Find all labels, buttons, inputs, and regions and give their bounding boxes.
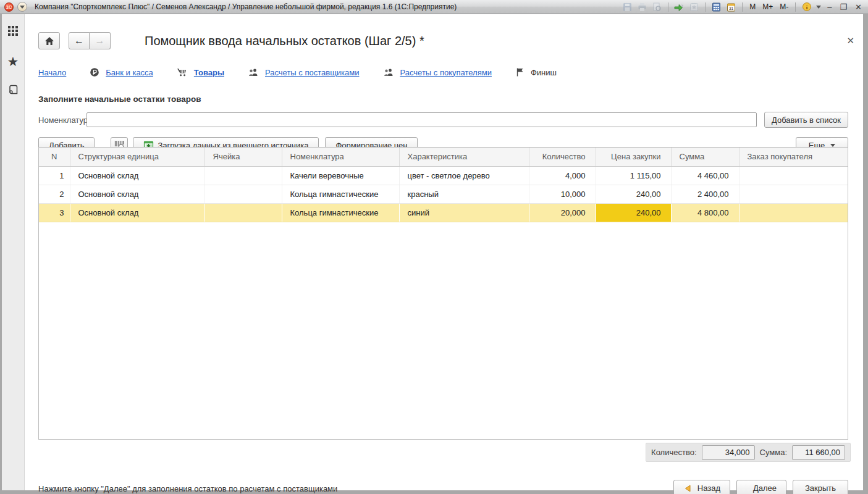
cell-unit[interactable]: Основной склад (70, 166, 204, 185)
section-title: Заполните начальные остатки товаров (38, 94, 201, 104)
main-menu-button[interactable] (17, 2, 27, 12)
cell-unit[interactable]: Основной склад (70, 203, 204, 222)
cell-item[interactable]: Качели веревочные (282, 166, 399, 185)
totals-qty-label: Количество: (651, 448, 696, 457)
cell-price[interactable]: 240,00 (596, 185, 671, 203)
history-scroll-icon[interactable] (7, 84, 19, 99)
form-area: ← → Помощник ввода начальных остатков (Ш… (25, 14, 863, 490)
favorites-icon (689, 2, 699, 12)
cell-storage[interactable] (204, 203, 282, 222)
window-titlebar: 1С Компания "Спорткомплекс Плюс" / Семен… (0, 0, 868, 14)
cell-price[interactable]: 1 115,00 (596, 166, 671, 185)
cell-char[interactable]: красный (399, 185, 529, 203)
cell-item[interactable]: Кольца гимнастические (282, 185, 399, 203)
cell-n[interactable]: 3 (39, 203, 70, 222)
back-button[interactable]: ← (69, 32, 90, 49)
save-icon (622, 2, 633, 12)
cell-order[interactable] (739, 185, 848, 203)
info-icon[interactable]: i (801, 2, 812, 12)
step-start-link[interactable]: Начало (38, 68, 66, 77)
totals-sum-label: Сумма: (760, 448, 787, 457)
totals-panel: Количество: 34,000 Сумма: 11 660,00 (646, 443, 851, 462)
col-header-sum[interactable]: Сумма (671, 148, 739, 166)
cell-char[interactable]: цвет - светлое дерево (399, 166, 529, 185)
step-goods-link[interactable]: Товары (194, 68, 224, 77)
print-icon (637, 2, 647, 12)
cell-char[interactable]: синий (399, 203, 529, 222)
chevron-down-icon (830, 144, 835, 147)
cell-sum[interactable]: 2 400,00 (671, 185, 739, 203)
col-header-unit[interactable]: Структурная единица (70, 148, 204, 166)
col-header-n[interactable]: N (39, 148, 70, 166)
calendar-icon[interactable]: 31 (726, 2, 736, 12)
cell-storage[interactable] (204, 166, 282, 185)
cell-storage[interactable] (204, 185, 282, 203)
back-arrow-icon (683, 484, 692, 493)
col-header-char[interactable]: Характеристика (399, 148, 529, 166)
menu-grid-icon[interactable] (7, 25, 19, 39)
form-close-icon[interactable]: ✕ (846, 35, 854, 46)
next-step-button[interactable]: Далее (736, 480, 786, 494)
titlebar-separator (705, 2, 706, 12)
minimize-button[interactable]: – (825, 2, 833, 12)
cell-price-active[interactable]: 240,00 (596, 203, 671, 222)
step-bank-link[interactable]: Банк и касса (106, 68, 153, 77)
cell-order[interactable] (739, 166, 848, 185)
col-header-order[interactable]: Заказ покупателя (739, 148, 848, 166)
step-finish-label: Финиш (531, 68, 557, 77)
totals-qty-value: 34,000 (702, 445, 755, 460)
cell-item[interactable]: Кольца гимнастические (282, 203, 399, 222)
cell-qty[interactable]: 20,000 (529, 203, 596, 222)
cart-icon (177, 67, 188, 77)
titlebar-separator (795, 2, 796, 12)
back-step-button[interactable]: Назад (673, 480, 730, 494)
next-arrow-icon (746, 484, 748, 493)
cell-qty[interactable]: 4,000 (529, 166, 596, 185)
table-row-selected[interactable]: 3 Основной склад Кольца гимнастические с… (39, 203, 848, 222)
nomenclature-input[interactable] (86, 112, 757, 127)
col-header-qty[interactable]: Количество (529, 148, 596, 166)
tool-panel: ★ (2, 14, 25, 490)
col-header-item[interactable]: Номенклатура (282, 148, 399, 166)
memory-m-button[interactable]: M (748, 2, 757, 11)
cell-qty[interactable]: 10,000 (529, 185, 596, 203)
titlebar-separator (668, 2, 668, 12)
col-header-cell[interactable]: Ячейка (204, 148, 282, 166)
memory-m-plus-button[interactable]: M+ (761, 2, 774, 11)
cell-n[interactable]: 2 (39, 185, 70, 203)
home-icon (44, 36, 54, 46)
maximize-button[interactable]: ❐ (838, 2, 849, 12)
cell-n[interactable]: 1 (39, 166, 70, 185)
titlebar-separator (742, 2, 743, 12)
home-button[interactable] (38, 32, 60, 49)
people-icon (383, 68, 394, 77)
totals-sum-value: 11 660,00 (792, 445, 845, 460)
flag-icon (515, 67, 525, 77)
ruble-icon (90, 67, 99, 77)
forward-button[interactable]: → (90, 32, 111, 49)
cell-sum[interactable]: 4 800,00 (671, 203, 739, 222)
items-table[interactable]: N Структурная единица Ячейка Номенклатур… (38, 147, 848, 440)
close-form-button[interactable]: Закрыть (793, 480, 848, 494)
calculator-icon[interactable] (711, 2, 722, 12)
favorites-star-icon[interactable]: ★ (7, 55, 19, 68)
app-logo-icon: 1С (4, 2, 14, 12)
window-title: Компания "Спорткомплекс Плюс" / Семенов … (35, 2, 457, 11)
cell-unit[interactable]: Основной склад (70, 185, 204, 203)
step-suppliers-link[interactable]: Расчеты с поставщиками (265, 68, 360, 77)
add-favorite-icon[interactable] (674, 2, 685, 12)
table-row[interactable]: 2 Основной склад Кольца гимнастические к… (39, 185, 848, 203)
window-close-button[interactable]: ✕ (853, 2, 864, 12)
cell-sum[interactable]: 4 460,00 (671, 166, 739, 185)
cell-order[interactable] (739, 203, 848, 222)
memory-m-minus-button[interactable]: M- (778, 2, 790, 11)
table-row[interactable]: 1 Основной склад Качели веревочные цвет … (39, 166, 848, 185)
chevron-down-icon[interactable] (816, 6, 821, 9)
add-to-list-button[interactable]: Добавить в список (764, 112, 848, 128)
svg-text:31: 31 (729, 6, 734, 10)
page-title: Помощник ввода начальных остатков (Шаг 2… (145, 34, 424, 48)
people-icon (248, 68, 259, 77)
col-header-price[interactable]: Цена закупки (596, 148, 671, 166)
table-header-row: N Структурная единица Ячейка Номенклатур… (39, 148, 848, 166)
step-customers-link[interactable]: Расчеты с покупателями (400, 68, 492, 77)
